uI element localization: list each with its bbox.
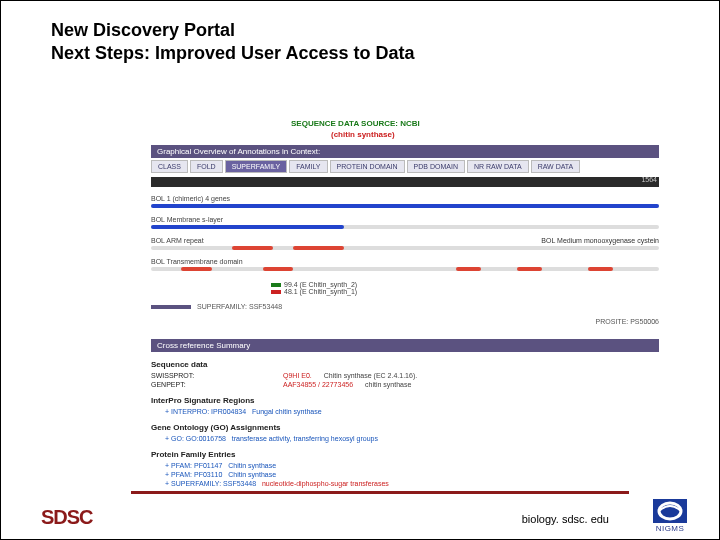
section-title: Protein Family Entries — [151, 450, 659, 459]
graphical-overview-header: Graphical Overview of Annotations in Con… — [151, 145, 659, 158]
track-bar — [151, 225, 659, 229]
tab-bar: CLASSFOLDSUPERFAMILYFAMILYPROTEIN DOMAIN… — [151, 160, 659, 173]
superfamily-hit: SUPERFAMILY: SSF53448 — [151, 303, 659, 310]
cross-reference-header: Cross reference Summary — [151, 339, 659, 352]
segment — [151, 204, 659, 208]
legend-b: 48.1 (E Chitin_synth_1) — [284, 288, 357, 295]
tab-superfamily[interactable]: SUPERFAMILY — [225, 160, 288, 173]
sequence-source: SEQUENCE DATA SOURCE: NCBI — [291, 119, 659, 128]
segment — [232, 246, 273, 250]
track-label: BOL Transmembrane domain — [151, 258, 659, 265]
nigms-logo: NIGMS — [641, 499, 699, 533]
protein-name: (chitin synthase) — [331, 130, 659, 139]
legend: 99.4 (E Chitin_synth_2) 48.1 (E Chitin_s… — [271, 281, 659, 295]
segment — [588, 267, 613, 271]
track-bar — [151, 246, 659, 250]
track-label: BOL Membrane s-layer — [151, 216, 659, 223]
segment — [456, 267, 481, 271]
protein-family-section: Protein Family Entries + PFAM: PF01147 C… — [151, 450, 659, 487]
section-title: Sequence data — [151, 360, 659, 369]
segment — [181, 267, 211, 271]
table-row: GENPEPT: AAF34855 / 22773456 chitin synt… — [151, 381, 659, 388]
annotation-track: BOL 1 (chimeric) 4 genes — [151, 195, 659, 208]
nigms-label: NIGMS — [641, 524, 699, 533]
screenshot-content: SEQUENCE DATA SOURCE: NCBI (chitin synth… — [151, 119, 659, 487]
sequence-scale — [151, 177, 659, 187]
footer-rule — [131, 491, 629, 494]
prosite-hit: PROSITE: PS50006 — [151, 318, 659, 325]
segment — [293, 246, 344, 250]
tab-pdb-domain[interactable]: PDB DOMAIN — [407, 160, 465, 173]
tab-class[interactable]: CLASS — [151, 160, 188, 173]
table-row: SWISSPROT: Q9HI E0. Chitin synthase (EC … — [151, 372, 659, 379]
title-line-1: New Discovery Portal — [51, 19, 414, 42]
tab-fold[interactable]: FOLD — [190, 160, 223, 173]
slide-title: New Discovery Portal Next Steps: Improve… — [51, 19, 414, 64]
segment — [151, 225, 344, 229]
annotation-track: BOL Membrane s-layer — [151, 216, 659, 229]
interpro-section: InterPro Signature Regions + INTERPRO: I… — [151, 396, 659, 415]
sdsc-logo: SDSC — [41, 506, 93, 529]
annotation-track: BOL Transmembrane domain — [151, 258, 659, 271]
slide-footer: SDSC biology. sdsc. edu NIGMS — [1, 491, 719, 539]
title-line-2: Next Steps: Improved User Access to Data — [51, 42, 414, 65]
tab-raw-data[interactable]: RAW DATA — [531, 160, 581, 173]
tab-nr-raw-data[interactable]: NR RAW DATA — [467, 160, 529, 173]
segment — [517, 267, 542, 271]
track-bar — [151, 267, 659, 271]
section-title: Gene Ontology (GO) Assignments — [151, 423, 659, 432]
section-title: InterPro Signature Regions — [151, 396, 659, 405]
tab-family[interactable]: FAMILY — [289, 160, 327, 173]
go-section: Gene Ontology (GO) Assignments + GO: GO:… — [151, 423, 659, 442]
tab-protein-domain[interactable]: PROTEIN DOMAIN — [330, 160, 405, 173]
annotation-track: BOL ARM repeatBOL Medium monooxygenase c… — [151, 237, 659, 250]
track-note: BOL Medium monooxygenase cystein — [541, 237, 659, 244]
segment — [263, 267, 293, 271]
footer-url: biology. sdsc. edu — [522, 513, 609, 525]
legend-a: 99.4 (E Chitin_synth_2) — [284, 281, 357, 288]
track-bar — [151, 204, 659, 208]
sequence-data-section: Sequence data SWISSPROT: Q9HI E0. Chitin… — [151, 360, 659, 388]
track-label: BOL 1 (chimeric) 4 genes — [151, 195, 659, 202]
